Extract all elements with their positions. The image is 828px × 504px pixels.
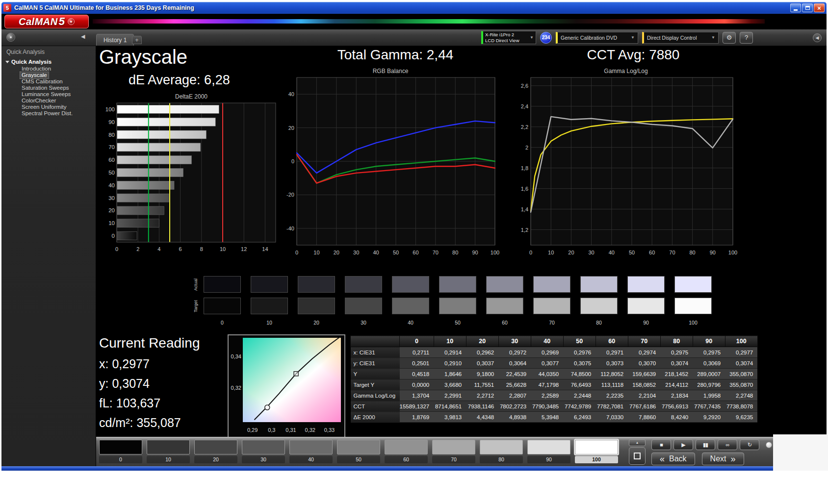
svg-text:-20: -20 — [286, 192, 294, 198]
pattern-patch-100[interactable] — [575, 440, 618, 454]
svg-text:10: 10 — [108, 220, 115, 226]
table-row-label: Gamma Log/Log — [351, 390, 400, 401]
table-cell: 0,2975 — [693, 347, 725, 358]
maximize-button[interactable] — [802, 3, 813, 12]
tab-history-label: History 1 — [104, 37, 127, 44]
table-cell: 2,2991 — [434, 390, 466, 401]
table-column-header: 30 — [498, 336, 531, 347]
sidebar-item-introduction[interactable]: Introduction — [20, 66, 52, 72]
pattern-patch-label: 40 — [289, 456, 333, 463]
back-button[interactable]: « Back — [651, 453, 695, 465]
table-cell: 9,6235 — [725, 412, 757, 423]
swatch-target-10 — [251, 298, 288, 314]
reading-fl: fL: 103,637 — [99, 396, 200, 410]
stop-button[interactable]: ■ — [651, 439, 671, 450]
pattern-patch-label: 0 — [99, 456, 142, 463]
sidebar-item-screen-uniformity[interactable]: Screen Uniformity — [20, 104, 68, 110]
table-row: Gamma Log/Log1,37042,29912,27122,28072,2… — [351, 390, 758, 401]
pattern-window-button[interactable] — [629, 447, 646, 465]
workflow-menu-button[interactable] — [6, 33, 15, 42]
settings-button[interactable]: ⚙ — [723, 32, 736, 44]
svg-text:90: 90 — [108, 119, 115, 125]
reading-cdm2: cd/m²: 355,087 — [99, 416, 200, 430]
calman-logo[interactable]: CalMAN 5 ▼ — [4, 15, 89, 28]
svg-text:0,33: 0,33 — [324, 427, 335, 433]
pattern-patch-50[interactable] — [337, 440, 380, 454]
pattern-patch-cell-60: 60 — [385, 440, 428, 463]
svg-text:2,4: 2,4 — [521, 103, 528, 109]
table-cell: 4,8938 — [498, 412, 531, 423]
table-column-header: 80 — [660, 336, 693, 347]
sidebar-item-saturation-sweeps[interactable]: Saturation Sweeps — [20, 85, 71, 91]
table-cell: 0,2969 — [531, 347, 563, 358]
table-cell: 1,8769 — [400, 412, 434, 423]
sidebar-collapse-icon[interactable]: ◀ — [81, 33, 85, 40]
tree-expand-icon[interactable] — [5, 61, 9, 63]
table-row: ΔE 20001,87693,98134,43484,89385,39486,2… — [351, 412, 758, 423]
swatch-column-label: 100 — [674, 319, 712, 327]
pattern-patch-80[interactable] — [480, 440, 523, 454]
calman-window: 5 CalMAN 5 CalMAN Ultimate for Business … — [0, 0, 828, 504]
sidebar-item-spectral-power-dist-[interactable]: Spectral Power Dist. — [20, 110, 74, 117]
panel-collapse-button[interactable]: ◀ — [813, 33, 822, 42]
table-column-header: 10 — [434, 336, 466, 347]
table-cell: 158,0852 — [628, 379, 660, 390]
meter-selector[interactable]: X-Rite i1Pro 2 LCD Direct View ▼ — [481, 31, 536, 44]
pattern-patch-30[interactable] — [242, 440, 285, 454]
sidebar-item-cms-calibration[interactable]: CMS Calibration — [20, 78, 64, 85]
table-column-header: 20 — [466, 336, 498, 347]
svg-text:8: 8 — [200, 246, 203, 252]
swatch-actual-40 — [392, 276, 429, 293]
tree-root-quick-analysis[interactable]: Quick Analysis — [1, 58, 96, 66]
table-row-label: y: CIE31 — [351, 358, 400, 369]
svg-text:80: 80 — [452, 250, 458, 255]
svg-text:2: 2 — [136, 246, 139, 252]
pattern-patch-70[interactable] — [432, 440, 475, 454]
swatch-target-20 — [298, 298, 335, 314]
logo-menu-icon[interactable]: ▼ — [68, 18, 75, 25]
close-button[interactable]: × — [814, 3, 825, 12]
pattern-popup-button[interactable]: ▴ — [629, 439, 646, 446]
next-button[interactable]: Next » — [702, 453, 744, 465]
svg-text:40: 40 — [288, 91, 294, 97]
svg-text:60: 60 — [108, 157, 115, 163]
pattern-patch-cell-90: 90 — [527, 440, 570, 463]
swatch-actual-0 — [204, 276, 241, 293]
minimize-button[interactable] — [790, 3, 801, 12]
pattern-patch-10[interactable] — [147, 440, 190, 454]
svg-text:50: 50 — [108, 170, 115, 176]
reading-y: y: 0,3074 — [99, 377, 200, 391]
table-cell: 76,6493 — [563, 379, 595, 390]
pause-button[interactable]: ▮▮ — [696, 439, 715, 450]
table-cell: 159,6639 — [628, 369, 660, 379]
svg-text:30: 30 — [588, 250, 594, 255]
display-control-selector[interactable]: Direct Display Control ▼ — [642, 32, 719, 44]
svg-text:0: 0 — [115, 246, 118, 252]
source-selector[interactable]: Generic Calibration DVD ▼ — [556, 32, 638, 44]
gamma-chart-title: Gamma Log/Log — [513, 68, 739, 76]
sidebar-item-grayscale[interactable]: Grayscale — [20, 72, 49, 78]
table-cell: 44,0350 — [531, 369, 563, 379]
table-row: y: CIE310,25010,29100,30370,30640,30770,… — [351, 358, 758, 369]
pattern-patch-0[interactable] — [99, 440, 142, 454]
help-button[interactable]: ? — [740, 32, 753, 44]
play-button[interactable]: ▶ — [673, 439, 693, 450]
pattern-patch-cell-20: 20 — [194, 440, 237, 463]
pattern-patch-90[interactable] — [527, 440, 570, 454]
loop-button[interactable]: ↻ — [740, 439, 759, 450]
meter-count-badge[interactable]: 234 — [540, 32, 552, 44]
pattern-patch-40[interactable] — [289, 440, 333, 454]
table-cell: 3,6680 — [434, 379, 466, 390]
sidebar-item-luminance-sweeps[interactable]: Luminance Sweeps — [20, 91, 72, 98]
table-cell: 0,0000 — [400, 379, 434, 390]
svg-text:80: 80 — [108, 132, 115, 138]
pattern-patch-20[interactable] — [194, 440, 237, 454]
continuous-button[interactable]: ∞ — [718, 439, 737, 450]
table-cell: 2,2448 — [563, 390, 595, 401]
add-tab-button[interactable]: + — [132, 36, 142, 44]
table-column-header: 50 — [563, 336, 595, 347]
source-label: Generic Calibration DVD — [561, 35, 617, 41]
tab-history-1[interactable]: History 1 — [96, 34, 134, 46]
pattern-patch-60[interactable] — [385, 440, 428, 454]
sidebar-item-colorchecker[interactable]: ColorChecker — [20, 98, 57, 104]
